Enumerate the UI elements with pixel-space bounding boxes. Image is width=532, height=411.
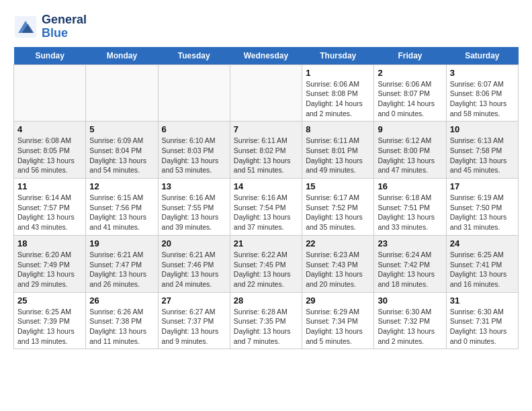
day-header-tuesday: Tuesday [158,47,230,65]
day-info: Sunrise: 6:12 AM Sunset: 8:00 PM Dayligh… [378,136,442,175]
calendar-cell [14,64,86,122]
calendar-cell: 30Sunrise: 6:30 AM Sunset: 7:32 PM Dayli… [374,292,446,349]
day-number: 29 [306,295,370,306]
calendar-cell: 25Sunrise: 6:25 AM Sunset: 7:39 PM Dayli… [14,292,86,349]
calendar-cell: 6Sunrise: 6:10 AM Sunset: 8:03 PM Daylig… [158,122,230,179]
day-number: 5 [89,124,154,134]
day-info: Sunrise: 6:28 AM Sunset: 7:35 PM Dayligh… [234,307,298,347]
calendar-week-3: 18Sunrise: 6:20 AM Sunset: 7:49 PM Dayli… [14,235,519,292]
day-number: 2 [378,68,442,78]
calendar-cell: 2Sunrise: 6:06 AM Sunset: 8:07 PM Daylig… [374,64,446,122]
calendar-cell: 15Sunrise: 6:17 AM Sunset: 7:52 PM Dayli… [302,179,374,236]
calendar-cell [230,64,302,122]
calendar-week-2: 11Sunrise: 6:14 AM Sunset: 7:57 PM Dayli… [14,179,519,236]
calendar-cell: 20Sunrise: 6:21 AM Sunset: 7:46 PM Dayli… [158,235,230,292]
day-number: 26 [89,295,154,306]
day-number: 19 [89,238,154,248]
day-info: Sunrise: 6:09 AM Sunset: 8:04 PM Dayligh… [89,136,154,175]
day-info: Sunrise: 6:14 AM Sunset: 7:57 PM Dayligh… [17,193,82,232]
day-number: 3 [450,68,515,78]
calendar-cell: 18Sunrise: 6:20 AM Sunset: 7:49 PM Dayli… [14,235,86,292]
day-number: 15 [306,181,370,191]
calendar-cell: 21Sunrise: 6:22 AM Sunset: 7:45 PM Dayli… [230,235,302,292]
day-header-friday: Friday [374,47,446,65]
page-header: General Blue [13,13,519,40]
day-info: Sunrise: 6:29 AM Sunset: 7:34 PM Dayligh… [306,307,370,347]
day-number: 13 [162,181,226,191]
day-info: Sunrise: 6:30 AM Sunset: 7:32 PM Dayligh… [378,307,442,347]
calendar-cell: 22Sunrise: 6:23 AM Sunset: 7:43 PM Dayli… [302,235,374,292]
calendar-cell: 19Sunrise: 6:21 AM Sunset: 7:47 PM Dayli… [86,235,158,292]
day-header-wednesday: Wednesday [230,47,302,65]
day-number: 12 [89,181,154,191]
day-info: Sunrise: 6:07 AM Sunset: 8:06 PM Dayligh… [450,79,515,119]
calendar-cell: 24Sunrise: 6:25 AM Sunset: 7:41 PM Dayli… [446,235,518,292]
logo-icon [13,15,38,39]
calendar-cell: 17Sunrise: 6:19 AM Sunset: 7:50 PM Dayli… [446,179,518,236]
day-header-saturday: Saturday [446,47,518,65]
day-header-thursday: Thursday [302,47,374,65]
day-info: Sunrise: 6:26 AM Sunset: 7:38 PM Dayligh… [89,307,154,347]
day-info: Sunrise: 6:15 AM Sunset: 7:56 PM Dayligh… [89,193,154,232]
day-info: Sunrise: 6:06 AM Sunset: 8:07 PM Dayligh… [378,79,442,119]
calendar-cell: 10Sunrise: 6:13 AM Sunset: 7:58 PM Dayli… [446,122,518,179]
calendar-cell: 14Sunrise: 6:16 AM Sunset: 7:54 PM Dayli… [230,179,302,236]
day-number: 18 [17,238,82,248]
day-number: 7 [234,124,298,134]
day-info: Sunrise: 6:24 AM Sunset: 7:42 PM Dayligh… [378,250,442,289]
day-number: 4 [17,124,82,134]
calendar-week-0: 1Sunrise: 6:06 AM Sunset: 8:08 PM Daylig… [14,64,519,122]
day-number: 9 [378,124,442,134]
day-info: Sunrise: 6:27 AM Sunset: 7:37 PM Dayligh… [162,307,226,347]
day-header-sunday: Sunday [14,47,86,65]
day-number: 24 [450,238,515,248]
calendar-cell [86,64,158,122]
calendar-cell: 16Sunrise: 6:18 AM Sunset: 7:51 PM Dayli… [374,179,446,236]
calendar-cell: 4Sunrise: 6:08 AM Sunset: 8:05 PM Daylig… [14,122,86,179]
calendar-cell [158,64,230,122]
day-info: Sunrise: 6:30 AM Sunset: 7:31 PM Dayligh… [450,307,515,347]
day-number: 23 [378,238,442,248]
calendar-cell: 26Sunrise: 6:26 AM Sunset: 7:38 PM Dayli… [86,292,158,349]
calendar-cell: 5Sunrise: 6:09 AM Sunset: 8:04 PM Daylig… [86,122,158,179]
day-number: 14 [234,181,298,191]
day-number: 27 [162,295,226,306]
day-number: 10 [450,124,515,134]
day-info: Sunrise: 6:06 AM Sunset: 8:08 PM Dayligh… [306,79,370,119]
calendar-cell: 23Sunrise: 6:24 AM Sunset: 7:42 PM Dayli… [374,235,446,292]
day-number: 6 [162,124,226,134]
day-number: 16 [378,181,442,191]
day-number: 28 [234,295,298,306]
calendar-cell: 13Sunrise: 6:16 AM Sunset: 7:55 PM Dayli… [158,179,230,236]
day-number: 22 [306,238,370,248]
day-info: Sunrise: 6:23 AM Sunset: 7:43 PM Dayligh… [306,250,370,289]
day-info: Sunrise: 6:11 AM Sunset: 8:02 PM Dayligh… [234,136,298,175]
day-number: 31 [450,295,515,306]
day-info: Sunrise: 6:20 AM Sunset: 7:49 PM Dayligh… [17,250,82,289]
calendar-cell: 8Sunrise: 6:11 AM Sunset: 8:01 PM Daylig… [302,122,374,179]
day-number: 25 [17,295,82,306]
day-info: Sunrise: 6:17 AM Sunset: 7:52 PM Dayligh… [306,193,370,232]
calendar-week-1: 4Sunrise: 6:08 AM Sunset: 8:05 PM Daylig… [14,122,519,179]
day-info: Sunrise: 6:21 AM Sunset: 7:47 PM Dayligh… [89,250,154,289]
calendar-cell: 12Sunrise: 6:15 AM Sunset: 7:56 PM Dayli… [86,179,158,236]
day-info: Sunrise: 6:18 AM Sunset: 7:51 PM Dayligh… [378,193,442,232]
calendar-cell: 29Sunrise: 6:29 AM Sunset: 7:34 PM Dayli… [302,292,374,349]
calendar-cell: 7Sunrise: 6:11 AM Sunset: 8:02 PM Daylig… [230,122,302,179]
day-number: 21 [234,238,298,248]
calendar-cell: 11Sunrise: 6:14 AM Sunset: 7:57 PM Dayli… [14,179,86,236]
day-info: Sunrise: 6:21 AM Sunset: 7:46 PM Dayligh… [162,250,226,289]
day-number: 20 [162,238,226,248]
calendar-cell: 9Sunrise: 6:12 AM Sunset: 8:00 PM Daylig… [374,122,446,179]
day-number: 1 [306,68,370,78]
day-info: Sunrise: 6:10 AM Sunset: 8:03 PM Dayligh… [162,136,226,175]
logo: General Blue [13,13,87,40]
calendar-table: SundayMondayTuesdayWednesdayThursdayFrid… [13,47,519,350]
day-number: 11 [17,181,82,191]
day-info: Sunrise: 6:22 AM Sunset: 7:45 PM Dayligh… [234,250,298,289]
logo-text: General Blue [42,13,87,40]
calendar-cell: 1Sunrise: 6:06 AM Sunset: 8:08 PM Daylig… [302,64,374,122]
day-info: Sunrise: 6:08 AM Sunset: 8:05 PM Dayligh… [17,136,82,175]
day-info: Sunrise: 6:19 AM Sunset: 7:50 PM Dayligh… [450,193,515,232]
day-info: Sunrise: 6:11 AM Sunset: 8:01 PM Dayligh… [306,136,370,175]
